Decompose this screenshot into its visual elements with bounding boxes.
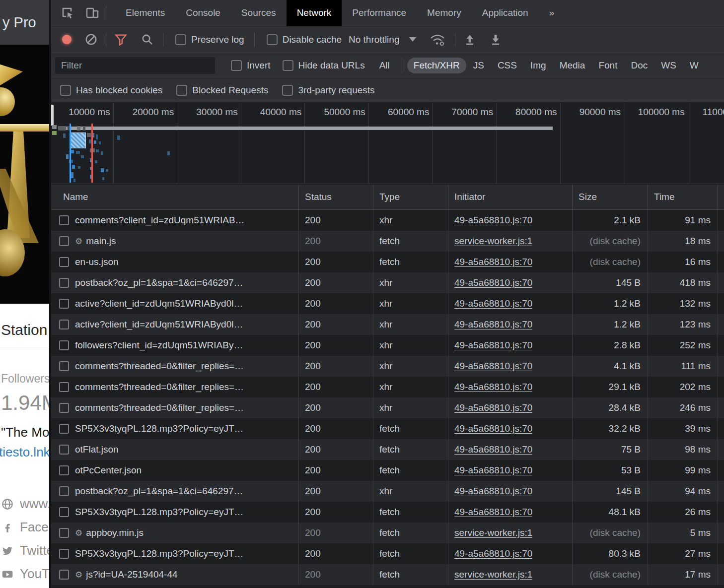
request-checkbox[interactable]	[59, 486, 69, 496]
request-row[interactable]: ⚙ comments?threaded=0&filter_replies=… 2…	[51, 356, 724, 377]
inspect-element-icon[interactable]	[59, 4, 76, 21]
initiator-link[interactable]: service-worker.js:1	[454, 569, 532, 580]
request-checkbox[interactable]	[59, 215, 69, 225]
initiator-link[interactable]: 49-a5a68810.js:70	[454, 298, 532, 309]
tab-network[interactable]: Network	[287, 0, 342, 26]
request-row[interactable]: ⚙ active?client_id=zdUqm51WRIAByd0l… 200…	[51, 314, 724, 335]
initiator-link[interactable]: 49-a5a68810.js:70	[454, 444, 532, 455]
request-checkbox[interactable]	[59, 507, 69, 517]
request-checkbox[interactable]	[59, 361, 69, 371]
invert-checkbox[interactable]	[231, 60, 242, 71]
disable-cache-checkbox[interactable]	[267, 34, 278, 45]
request-row[interactable]: ⚙ main.js 200 fetch service-worker.js:1 …	[51, 231, 724, 252]
initiator-link[interactable]: service-worker.js:1	[454, 527, 532, 538]
social-link[interactable]: Faceb	[1, 516, 51, 539]
column-header-time[interactable]: Time	[648, 185, 718, 209]
request-row[interactable]: ⚙ postback?oz_pl=1&spa=1&ci=646297… 200 …	[51, 481, 724, 502]
column-header-name[interactable]: Name	[51, 185, 299, 209]
overview-drag-handle[interactable]	[51, 105, 54, 126]
social-link[interactable]: Instag	[1, 586, 51, 588]
column-header-initiator[interactable]: Initiator	[448, 185, 573, 209]
more-tabs-button[interactable]: »	[539, 0, 565, 26]
third-party-requests-checkbox[interactable]	[282, 85, 293, 96]
filter-type-wasm[interactable]: W	[683, 58, 705, 73]
request-checkbox[interactable]	[59, 445, 69, 455]
request-checkbox[interactable]	[59, 382, 69, 392]
request-row[interactable]: ⚙ postback?oz_pl=1&spa=1&ci=646297… 200 …	[51, 272, 724, 293]
social-link[interactable]: Twitte	[1, 539, 51, 562]
request-checkbox[interactable]	[59, 278, 69, 288]
initiator-link[interactable]: 49-a5a68810.js:70	[454, 215, 532, 226]
request-row[interactable]: ⚙ followers?client_id=zdUqm51WRIABy… 200…	[51, 335, 724, 356]
request-checkbox[interactable]	[59, 299, 69, 309]
clear-button[interactable]	[84, 33, 98, 46]
request-row[interactable]: ⚙ en-us.json 200 fetch 49-a5a68810.js:70…	[51, 252, 724, 272]
initiator-link[interactable]: 49-a5a68810.js:70	[454, 340, 532, 351]
request-checkbox[interactable]	[59, 340, 69, 350]
request-row[interactable]: ⚙ active?client_id=zdUqm51WRIAByd0l… 200…	[51, 293, 724, 314]
network-conditions-icon[interactable]	[429, 32, 446, 47]
filter-type-ws[interactable]: WS	[654, 58, 683, 73]
filter-type-js[interactable]: JS	[467, 58, 491, 73]
timeline-overview[interactable]: 10000 ms 20000 ms 30000 ms 40000 ms 5000…	[51, 103, 724, 184]
request-row[interactable]: ⚙ SP5X3v3tyqPL.128.mp3?Policy=eyJT… 200 …	[51, 502, 724, 523]
request-row[interactable]: ⚙ SP5X3v3tyqPL.128.mp3?Policy=eyJT… 200 …	[51, 543, 724, 564]
request-row[interactable]: ⚙ otPcCenter.json 200 fetch 49-a5a68810.…	[51, 460, 724, 481]
initiator-link[interactable]: 49-a5a68810.js:70	[454, 486, 532, 497]
throttling-select[interactable]: No throttling	[349, 34, 416, 45]
request-checkbox[interactable]	[59, 465, 69, 475]
initiator-link[interactable]: 49-a5a68810.js:70	[454, 257, 532, 267]
initiator-link[interactable]: 49-a5a68810.js:70	[454, 507, 532, 518]
request-checkbox[interactable]	[59, 320, 69, 329]
filter-type-doc[interactable]: Doc	[624, 58, 654, 73]
filter-type-font[interactable]: Font	[592, 58, 624, 73]
social-link[interactable]: www.	[1, 492, 51, 516]
has-blocked-cookies-checkbox[interactable]	[60, 85, 71, 96]
initiator-link[interactable]: 49-a5a68810.js:70	[454, 277, 532, 288]
hide-data-urls-checkbox[interactable]	[283, 60, 293, 71]
filter-type-fetch-xhr[interactable]: Fetch/XHR	[407, 58, 466, 73]
tab-elements[interactable]: Elements	[115, 0, 175, 26]
request-row[interactable]: ⚙ comments?threaded=0&filter_replies=… 2…	[51, 377, 724, 397]
search-icon[interactable]	[141, 33, 154, 46]
initiator-link[interactable]: 49-a5a68810.js:70	[454, 361, 532, 372]
request-checkbox[interactable]	[59, 549, 69, 559]
initiator-link[interactable]: 49-a5a68810.js:70	[454, 465, 532, 476]
request-checkbox[interactable]	[59, 424, 69, 434]
tab-performance[interactable]: Performance	[342, 0, 417, 26]
initiator-link[interactable]: 49-a5a68810.js:70	[454, 548, 532, 559]
request-row[interactable]: ⚙ comments?threaded=0&filter_replies=… 2…	[51, 397, 724, 418]
tab-memory[interactable]: Memory	[417, 0, 472, 26]
request-row[interactable]: ⚙ js?id=UA-2519404-44 200 fetch service-…	[51, 564, 724, 585]
filter-type-media[interactable]: Media	[553, 58, 592, 73]
initiator-link[interactable]: 49-a5a68810.js:70	[454, 402, 532, 413]
request-row[interactable]: ⚙ comments?client_id=zdUqm51WRIAB… 200 x…	[51, 210, 724, 231]
filter-toggle-icon[interactable]	[114, 33, 128, 46]
record-button[interactable]	[62, 35, 72, 44]
station-button[interactable]: Station	[0, 304, 49, 349]
preserve-log-checkbox[interactable]	[175, 34, 186, 45]
request-row[interactable]: ⚙ appboy.min.js 200 fetch service-worker…	[51, 523, 724, 543]
request-checkbox[interactable]	[59, 403, 69, 413]
column-header-type[interactable]: Type	[373, 185, 448, 209]
social-link[interactable]: YouTu	[1, 562, 51, 586]
import-har-icon[interactable]	[463, 33, 476, 46]
device-toolbar-icon[interactable]	[84, 4, 101, 21]
request-checkbox[interactable]	[59, 257, 69, 267]
request-checkbox[interactable]	[59, 570, 69, 580]
tab-console[interactable]: Console	[175, 0, 231, 26]
request-checkbox[interactable]	[59, 528, 69, 538]
filter-type-css[interactable]: CSS	[491, 58, 523, 73]
initiator-link[interactable]: 49-a5a68810.js:70	[454, 382, 532, 392]
initiator-link[interactable]: 49-a5a68810.js:70	[454, 319, 532, 330]
filter-input[interactable]	[55, 57, 215, 74]
artist-link[interactable]: tiesto.lnk	[0, 445, 50, 460]
column-header-size[interactable]: Size	[573, 185, 648, 209]
filter-type-all[interactable]: All	[373, 58, 396, 73]
filter-type-img[interactable]: Img	[524, 58, 553, 73]
blocked-requests-checkbox[interactable]	[176, 85, 187, 96]
request-checkbox[interactable]	[59, 236, 69, 246]
tab-application[interactable]: Application	[472, 0, 539, 26]
export-har-icon[interactable]	[489, 33, 502, 46]
initiator-link[interactable]: 49-a5a68810.js:70	[454, 423, 532, 434]
